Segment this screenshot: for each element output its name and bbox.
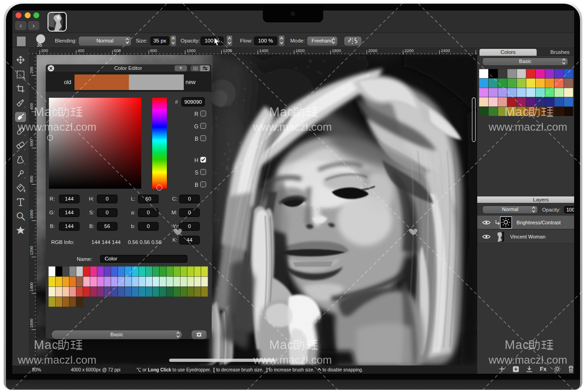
svg-text:1200: 1200 (223, 48, 232, 53)
svg-text:800: 800 (150, 48, 157, 53)
svg-text:›: › (24, 148, 26, 152)
svg-text:1200: 1200 (29, 246, 34, 255)
svg-text:1600: 1600 (29, 318, 34, 328)
svg-text:2400: 2400 (441, 48, 450, 53)
svg-text:1800: 1800 (332, 48, 341, 53)
svg-text:800: 800 (29, 175, 34, 182)
svg-text:›: › (24, 77, 26, 81)
svg-text:400: 400 (78, 48, 85, 53)
svg-text:1000: 1000 (29, 210, 34, 219)
svg-text:200: 200 (29, 67, 34, 74)
svg-text:›: › (24, 105, 26, 109)
svg-text:600: 600 (114, 48, 121, 53)
svg-text:›: › (24, 133, 26, 138)
svg-text:1000: 1000 (186, 48, 196, 53)
svg-text:1600: 1600 (296, 48, 305, 53)
svg-text:›: › (24, 218, 26, 222)
svg-text:600: 600 (29, 139, 34, 146)
svg-text:2200: 2200 (405, 48, 414, 53)
svg-text:2000: 2000 (368, 48, 378, 53)
svg-text:›: › (24, 162, 26, 166)
svg-text:›: › (24, 176, 26, 180)
svg-text:200: 200 (41, 48, 48, 53)
svg-text:›: › (24, 190, 26, 194)
svg-text:1400: 1400 (259, 48, 268, 53)
svg-text:Fx: Fx (540, 366, 547, 372)
svg-text:1400: 1400 (29, 282, 34, 291)
svg-text:400: 400 (29, 103, 34, 110)
